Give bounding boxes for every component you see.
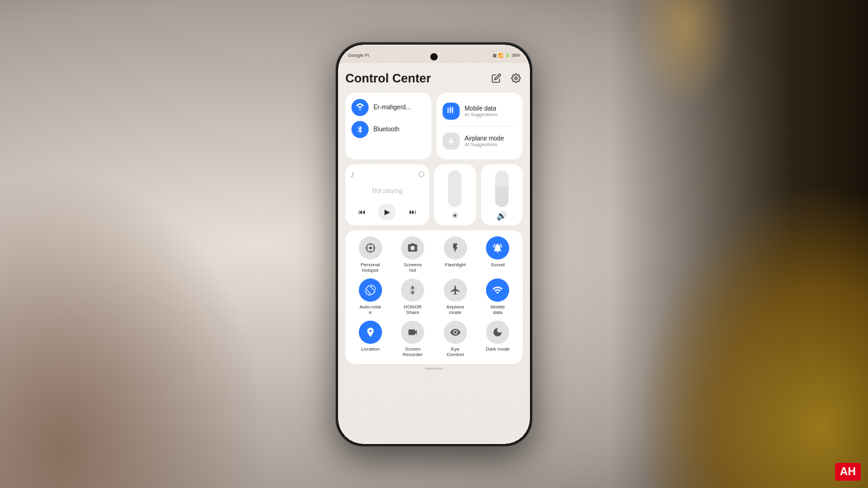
prev-button[interactable]: ⏮	[355, 205, 369, 219]
svg-point-0	[515, 77, 517, 79]
network-tile[interactable]: Π Mobile data AI Suggestions	[436, 93, 523, 159]
mobile-data-toggle-icon-circle	[486, 279, 509, 302]
cc-title: Control Center	[345, 71, 431, 86]
volume-fill	[495, 187, 509, 207]
mobile-data-sub: AI Suggestions	[465, 112, 498, 117]
location-label: Location	[361, 346, 380, 352]
connectivity-tile[interactable]: Er-mahgerd... Bluetooth	[345, 93, 432, 159]
screen: Google Fi ▦ 📶 🔋 38% Control Cen	[338, 45, 530, 444]
toggle-screen-recorder[interactable]: ScreenRecorder	[394, 321, 432, 358]
brightness-track	[448, 170, 462, 207]
mobile-data-toggle-label: Mobiledata	[490, 304, 505, 316]
phone: Google Fi ▦ 📶 🔋 38% Control Cen	[336, 43, 532, 446]
toggle-honor-share[interactable]: HONORShare	[394, 279, 432, 316]
volume-slider-card[interactable]: 🔊	[481, 164, 523, 225]
honor-share-label: HONORShare	[403, 304, 422, 316]
airplane-toggle-icon-circle	[444, 279, 467, 302]
cell-signal-icon: 📶	[498, 53, 504, 58]
status-icons: ▦ 📶 🔋 38%	[493, 53, 520, 58]
toggle-eye-comfort[interactable]: EyeComfort	[436, 321, 474, 358]
location-icon-circle	[359, 321, 382, 344]
mobile-data-icon: Π	[443, 103, 460, 120]
toggle-airplane[interactable]: Airplanemode	[436, 279, 474, 316]
middle-row: ♪ ⬡ Not playing ⏮ ▶ ⏭	[345, 164, 523, 225]
camera-hole	[430, 53, 438, 60]
wifi-icon-circle	[351, 99, 369, 116]
cc-header-icons	[490, 71, 523, 85]
toggle-flashlight[interactable]: Flashlight	[436, 236, 474, 274]
toggle-screenshot[interactable]: Screenshot	[394, 236, 432, 274]
settings-icon[interactable]	[509, 71, 523, 85]
brightness-icon: ☀	[451, 211, 459, 220]
brightness-slider-card[interactable]: ☀	[434, 164, 476, 225]
not-playing-label: Not playing	[350, 179, 424, 203]
screen-recorder-label: ScreenRecorder	[403, 346, 423, 358]
media-top: ♪ ⬡	[350, 169, 424, 179]
media-controls: ⏮ ▶ ⏭	[350, 203, 424, 220]
battery-percent: 38%	[512, 53, 520, 57]
toggle-mobile-data[interactable]: Mobiledata	[479, 279, 517, 316]
bluetooth-row[interactable]: Bluetooth	[351, 121, 425, 138]
screen-recorder-icon-circle	[401, 321, 424, 344]
mobile-data-row[interactable]: Π Mobile data AI Suggestions	[443, 99, 517, 123]
wifi-row[interactable]: Er-mahgerd...	[351, 99, 425, 116]
flashlight-icon-circle	[444, 236, 467, 260]
phone-inner: Google Fi ▦ 📶 🔋 38% Control Cen	[338, 45, 530, 444]
airplane-text: Airplane mode AI Suggestions	[465, 135, 504, 147]
background-jacket	[636, 183, 868, 488]
music-note-icon: ♪	[350, 169, 355, 179]
sound-icon-circle	[486, 236, 509, 260]
toggles-grid: Personalhotspot Screenshot	[351, 236, 517, 359]
mobile-data-label: Mobile data	[465, 105, 498, 112]
mobile-data-text: Mobile data AI Suggestions	[465, 105, 498, 117]
toggle-location[interactable]: Location	[351, 321, 389, 358]
phone-wrapper: Google Fi ▦ 📶 🔋 38% Control Cen	[336, 43, 532, 446]
wifi-label: Er-mahgerd...	[373, 104, 411, 111]
hotspot-icon-circle	[359, 236, 382, 260]
carrier-label: Google Fi	[348, 53, 369, 58]
eye-comfort-icon-circle	[444, 321, 467, 344]
background-top	[623, 0, 746, 122]
hotspot-label: Personalhotspot	[361, 262, 380, 274]
eye-comfort-label: EyeComfort	[447, 346, 464, 358]
airplane-sub: AI Suggestions	[465, 142, 504, 147]
toggle-personal-hotspot[interactable]: Personalhotspot	[351, 236, 389, 274]
toggle-sound[interactable]: Sound	[479, 236, 517, 274]
dark-mode-icon-circle	[486, 321, 509, 344]
airplane-label: Airplane mode	[465, 135, 504, 142]
auto-rotate-label: Auto-rotate	[359, 304, 381, 316]
airplane-row[interactable]: Airplane mode AI Suggestions	[443, 129, 517, 153]
media-player-card[interactable]: ♪ ⬡ Not playing ⏮ ▶ ⏭	[345, 164, 429, 225]
brightness-fill	[448, 196, 462, 207]
bluetooth-label: Bluetooth	[373, 126, 399, 133]
background-hand	[0, 122, 306, 488]
screenshot-icon-circle	[401, 236, 424, 260]
screenshot-label: Screenshot	[404, 262, 422, 274]
edit-icon[interactable]	[490, 71, 503, 85]
volume-track	[495, 170, 509, 207]
toggle-auto-rotate[interactable]: Auto-rotate	[351, 279, 389, 316]
top-tiles: Er-mahgerd... Bluetooth	[345, 93, 523, 159]
toggle-dark-mode[interactable]: Dark mode	[479, 321, 517, 358]
status-bar-right: ▦ 📶 🔋 38%	[493, 53, 520, 58]
ah-badge: AH	[835, 463, 861, 481]
airplane-icon	[443, 133, 460, 150]
auto-rotate-icon-circle	[359, 279, 382, 302]
battery-icon: 🔋	[505, 53, 510, 58]
next-button[interactable]: ⏭	[406, 205, 419, 219]
dark-mode-label: Dark mode	[486, 346, 510, 352]
play-button[interactable]: ▶	[378, 203, 395, 220]
bluetooth-icon-circle	[351, 121, 369, 138]
ah-badge-text: AH	[835, 463, 861, 481]
quick-toggles-section: Personalhotspot Screenshot	[345, 230, 523, 365]
cc-header: Control Center	[345, 71, 523, 86]
svg-text:Π: Π	[449, 108, 453, 114]
sound-label: Sound	[491, 262, 505, 268]
control-center: Control Center	[338, 63, 530, 444]
scroll-indicator	[345, 368, 523, 370]
flashlight-label: Flashlight	[445, 262, 466, 268]
cast-icon[interactable]: ⬡	[418, 170, 424, 178]
airplane-toggle-label: Airplanemode	[446, 304, 464, 316]
volume-icon: 🔊	[496, 211, 507, 220]
honor-share-icon-circle	[401, 279, 424, 302]
